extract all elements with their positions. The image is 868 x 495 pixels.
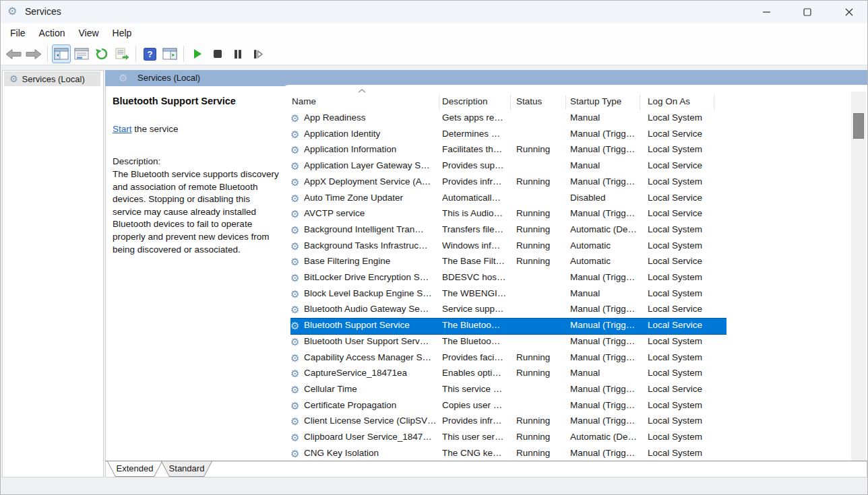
header-separator[interactable]	[565, 95, 566, 110]
menu-action[interactable]: Action	[32, 25, 72, 41]
close-button[interactable]	[834, 1, 865, 23]
service-row[interactable]: ⚙ Background Intelligent Tran… Transfers…	[290, 223, 726, 238]
service-name: Application Identity	[304, 129, 439, 139]
service-description: The WBENGI…	[442, 288, 511, 298]
show-console-tree-button[interactable]	[52, 44, 71, 63]
vertical-scrollbar[interactable]	[851, 92, 866, 461]
service-logon-as: Local System	[648, 416, 723, 426]
service-row[interactable]: ⚙ Application Layer Gateway S… Provides …	[290, 159, 726, 174]
service-row[interactable]: ⚙ AppX Deployment Service (A… Provides i…	[290, 175, 726, 191]
service-row[interactable]: ⚙ Client License Service (ClipSV… Provid…	[290, 414, 726, 430]
help-icon: ?	[144, 48, 156, 61]
service-description: Windows inf…	[442, 240, 511, 251]
restart-service-button[interactable]	[249, 44, 268, 63]
header-separator[interactable]	[640, 95, 640, 110]
forward-button[interactable]	[24, 44, 43, 63]
tab-standard-label: Standard	[161, 463, 212, 473]
service-logon-as: Local Service	[648, 384, 723, 394]
service-name: Application Layer Gateway S…	[304, 160, 439, 170]
export-list-button[interactable]	[113, 44, 131, 63]
service-startup-type: Manual (Trigg…	[570, 320, 643, 330]
service-row[interactable]: ⚙ Background Tasks Infrastruc… Windows i…	[290, 239, 726, 255]
service-name: Bluetooth Audio Gateway Se…	[304, 304, 439, 314]
stop-service-button[interactable]	[208, 44, 227, 63]
console-tree-panel: ⚙ Services (Local)	[2, 70, 104, 477]
service-name: AppX Deployment Service (A…	[304, 176, 439, 187]
header-separator[interactable]	[714, 95, 714, 110]
service-startup-type: Manual (Trigg…	[570, 448, 643, 458]
service-startup-type: Manual (Trigg…	[570, 144, 643, 154]
export-list-icon	[115, 48, 129, 61]
service-description: Automaticall…	[442, 193, 511, 203]
menu-help[interactable]: Help	[106, 25, 139, 41]
service-gear-icon: ⚙	[290, 288, 303, 301]
back-button[interactable]	[4, 44, 23, 63]
service-row[interactable]: ⚙ Base Filtering Engine The Base Filt… R…	[290, 255, 726, 270]
service-status: Running	[516, 416, 567, 426]
scrollbar-thumb[interactable]	[853, 113, 864, 139]
menu-view[interactable]: View	[71, 25, 105, 41]
service-row[interactable]: ⚙ Bluetooth Audio Gateway Se… Service su…	[290, 302, 726, 318]
service-row[interactable]: ⚙ App Readiness Gets apps re… Manual Loc…	[290, 111, 726, 127]
description-text: The Bluetooth service supports discovery…	[113, 168, 281, 256]
service-logon-as: Local System	[648, 368, 723, 378]
refresh-icon	[95, 47, 108, 61]
service-logon-as: Local System	[648, 448, 723, 458]
service-row[interactable]: ⚙ Bluetooth User Support Serv… The Bluet…	[290, 335, 726, 350]
service-row[interactable]: ⚙ CNG Key Isolation The CNG ke… Running …	[290, 447, 726, 461]
pause-service-button[interactable]	[228, 44, 247, 63]
service-row[interactable]: ⚙ Application Identity Determines … Manu…	[290, 127, 726, 143]
pane-header-title: Services (Local)	[137, 73, 200, 83]
service-description: Enables opti…	[442, 368, 511, 378]
header-separator[interactable]	[510, 95, 511, 110]
tree-item-services-local[interactable]: ⚙ Services (Local)	[4, 71, 100, 86]
refresh-button[interactable]	[92, 44, 111, 63]
service-name: Cellular Time	[304, 384, 439, 394]
service-row[interactable]: ⚙ CaptureService_18471ea Enables opti… R…	[290, 366, 726, 382]
service-gear-icon: ⚙	[290, 143, 303, 157]
service-row[interactable]: ⚙ Clipboard User Service_1847… This user…	[290, 430, 726, 446]
header-separator[interactable]	[439, 95, 439, 110]
start-service-link[interactable]: Start	[113, 124, 132, 134]
tab-standard[interactable]: Standard	[161, 461, 212, 477]
close-icon	[845, 8, 853, 16]
service-row[interactable]: ⚙ Certificate Propagation Copies user … …	[290, 399, 726, 414]
start-service-button[interactable]	[188, 44, 207, 63]
service-list-rows: ⚙ App Readiness Gets apps re… Manual Loc…	[290, 111, 726, 461]
service-gear-icon: ⚙	[290, 415, 303, 428]
column-label-logon-as: Log On As	[648, 96, 690, 106]
service-gear-icon: ⚙	[290, 207, 303, 221]
service-row[interactable]: ⚙ Bluetooth Support Service The Bluetoo……	[290, 319, 726, 334]
menu-file[interactable]: File	[3, 25, 32, 41]
column-label-status: Status	[516, 96, 542, 106]
service-row[interactable]: ⚙ Auto Time Zone Updater Automaticall… D…	[290, 191, 726, 207]
service-gear-icon: ⚙	[290, 160, 303, 173]
service-row[interactable]: ⚙ Block Level Backup Engine S… The WBENG…	[290, 287, 726, 302]
service-row[interactable]: ⚙ Capability Access Manager S… Provides …	[290, 351, 726, 366]
service-startup-type: Manual (Trigg…	[570, 272, 643, 282]
column-label-startup-type: Startup Type	[570, 96, 621, 106]
properties-button[interactable]	[72, 44, 91, 63]
service-logon-as: Local System	[648, 336, 723, 346]
tab-extended[interactable]: Extended	[107, 461, 162, 477]
services-gear-icon: ⚙	[9, 73, 18, 84]
service-row[interactable]: ⚙ Cellular Time This service … Manual (T…	[290, 383, 726, 398]
service-gear-icon: ⚙	[290, 303, 303, 317]
services-window: ⚙ Services File Action View Help	[0, 0, 868, 495]
help-button[interactable]: ?	[140, 44, 159, 63]
service-gear-icon: ⚙	[290, 192, 303, 205]
service-name: Client License Service (ClipSV…	[304, 416, 439, 426]
service-row[interactable]: ⚙ Application Information Facilitates th…	[290, 143, 726, 158]
service-description: Provides infr…	[442, 176, 511, 187]
service-row[interactable]: ⚙ AVCTP service This is Audio… Running M…	[290, 207, 726, 222]
service-status: Running	[516, 240, 567, 251]
service-startup-type: Automatic (De…	[570, 432, 643, 442]
show-action-pane-button[interactable]	[160, 44, 179, 63]
service-row[interactable]: ⚙ BitLocker Drive Encryption S… BDESVC h…	[290, 271, 726, 286]
service-status: Running	[516, 352, 567, 362]
service-gear-icon: ⚙	[290, 240, 303, 253]
toolbar-separator	[47, 46, 48, 62]
maximize-button[interactable]	[792, 1, 823, 23]
service-startup-type: Manual	[570, 112, 643, 123]
minimize-button[interactable]	[751, 1, 782, 23]
